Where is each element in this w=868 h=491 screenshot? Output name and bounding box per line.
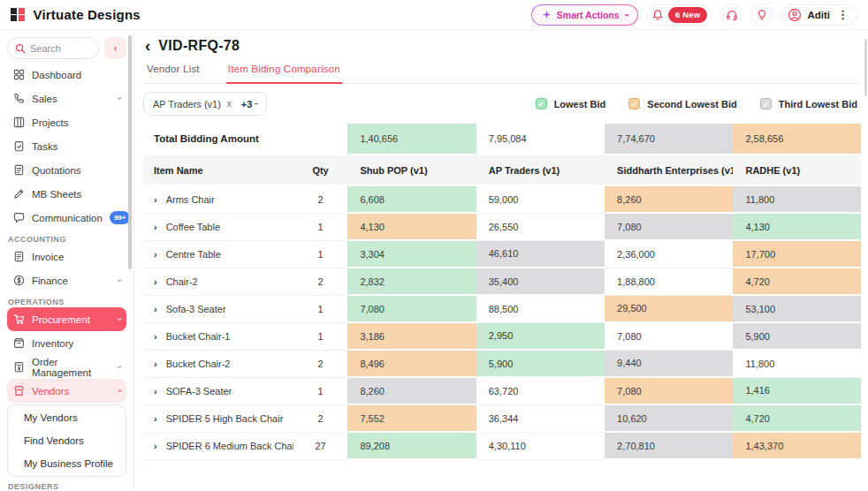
sidebar-item-procurement[interactable]: Procurement› [7,307,126,331]
expand-chevron-icon[interactable]: › [154,386,157,397]
sidebar-item-quotations[interactable]: Quotations [7,158,126,182]
vendor-filter-chip[interactable]: AP Traders (v1) x +3 › [143,92,267,116]
sidebar-item-order-management[interactable]: Order Management› [7,355,126,379]
sidebar-search[interactable] [7,37,99,59]
bid-cell: 89,208 [347,432,476,459]
table-row: ›Arms Chair26,60859,0008,26011,800 [143,185,861,213]
avatar [788,8,802,22]
second-bid-swatch-icon: ✓ [628,98,640,110]
item-name-label: Bucket Chair-1 [166,331,231,342]
item-qty-cell: 2 [293,268,348,295]
expand-chevron-icon[interactable]: › [154,249,157,260]
smart-actions-button[interactable]: Smart Actions › [531,4,638,26]
cart-icon [12,313,25,326]
expand-chevron-icon[interactable]: › [154,304,157,314]
sidebar-item-label: Inventory [32,338,73,349]
bid-cell: 6,608 [347,185,476,213]
item-qty-cell: 2 [293,185,348,213]
quotations-icon [12,164,25,177]
bid-cell: 2,832 [347,268,476,295]
bid-cell: 11,800 [733,350,861,377]
expand-chevron-icon[interactable]: › [154,276,157,287]
back-button[interactable]: ‹ [145,37,150,54]
bid-cell: 8,496 [347,350,476,377]
sidebar-collapse-button[interactable]: › [104,37,126,59]
sidebar-item-my-vendors[interactable]: My Vendors [10,406,124,429]
sidebar-section-label: DESIGNERS [8,482,126,491]
sidebar-section-label: OPERATIONS [8,298,126,307]
bid-cell: 46,610 [476,240,605,268]
sidebar-item-tasks[interactable]: Tasks [7,134,126,158]
sidebar-item-mb-sheets[interactable]: MB Sheets [7,182,126,206]
lowest-bid-swatch-icon: ✓ [536,98,547,110]
bid-cell: 9,440 [605,350,733,377]
chevron-down-icon: › [621,13,630,16]
item-name-cell: ›Centre Table [143,240,293,268]
item-name-cell: ›SPIDER 5 High Back Chair [143,404,293,432]
brand-name: Virtuate Designs [34,7,141,22]
item-qty-cell: 1 [293,240,348,268]
search-input[interactable] [30,43,91,54]
item-qty-cell: 1 [293,295,348,322]
main-scrollbar[interactable] [864,39,867,96]
expand-chevron-icon[interactable]: › [154,413,157,424]
bid-cell: 7,080 [605,322,733,350]
expand-chevron-icon[interactable]: › [154,359,157,369]
sidebar-section-label: ACCOUNTING [8,235,126,245]
total-bid-cell: 2,58,656 [733,124,861,155]
sidebar-item-sales[interactable]: Sales› [7,87,126,110]
tab-vendor-list[interactable]: Vendor List [145,59,202,83]
column-header: RADHE (v1) [733,155,861,185]
item-name-label: SPIDER 6 Medium Back Chair [166,441,293,451]
bid-cell: 26,550 [476,213,605,240]
pencil-icon [12,188,25,200]
sidebar-item-communication[interactable]: Communication99+ [7,206,126,230]
expand-chevron-icon[interactable]: › [154,441,157,451]
order-icon [12,361,25,374]
sidebar-scrollbar[interactable] [128,35,132,269]
more-filters-button[interactable]: +3 › [241,99,258,110]
sidebar-item-vendors[interactable]: Vendors› [7,379,126,403]
ideas-button[interactable] [750,4,773,26]
expand-chevron-icon[interactable]: › [154,222,157,232]
expand-chevron-icon[interactable]: › [154,194,157,205]
kebab-menu-icon[interactable]: ⋮ [835,8,850,21]
phone-icon [12,93,25,105]
column-header: AP Traders (v1) [476,155,605,185]
comparison-table: Total Bidding Amount1,40,6567,95,0847,74… [143,124,861,460]
total-bidding-label: Total Bidding Amount [143,124,293,155]
item-name-label: Bucket Chair-2 [166,359,231,369]
legend-item-second: ✓Second Lowest Bid [628,98,736,110]
expand-chevron-icon[interactable]: › [154,331,157,342]
bid-cell: 1,88,800 [605,268,733,295]
notifications-button[interactable]: 6 New [646,4,712,26]
item-name-label: Sofa-3 Seater [166,304,226,314]
legend-label: Second Lowest Bid [647,99,736,110]
tab-item-biding-comparison[interactable]: Item Biding Comparison [226,59,342,84]
sidebar-item-my-business-profile[interactable]: My Business Profile [10,452,124,475]
sidebar-nav: DashboardSales›ProjectsTasksQuotationsMB… [7,63,126,491]
item-name-cell: ›Bucket Chair-1 [143,322,293,350]
legend-item-lowest: ✓Lowest Bid [536,98,606,110]
sidebar-item-find-vendors[interactable]: Find Vendors [10,429,124,452]
sidebar-item-finance[interactable]: Finance› [7,268,126,292]
sidebar-item-dashboard[interactable]: Dashboard [7,63,126,87]
item-qty-cell: 1 [293,322,348,350]
remove-filter-icon[interactable]: x [227,99,232,109]
sidebar-item-inventory[interactable]: Inventory [7,331,126,355]
main-content: ‹ VID-RFQ-78 Vendor List Item Biding Com… [134,30,868,491]
bid-cell: 7,080 [605,377,733,404]
user-name: Aditi [807,10,830,20]
inventory-icon [12,337,25,350]
search-icon [15,43,26,54]
tasks-icon [12,140,25,153]
item-name-cell: ›Coffee Table [143,213,293,240]
user-menu[interactable]: Aditi ⋮ [780,4,857,26]
sidebar-item-label: MB Sheets [32,189,81,200]
bid-cell: 4,30,110 [476,432,605,459]
bid-cell: 35,400 [476,268,605,295]
sidebar-item-projects[interactable]: Projects [7,110,126,134]
support-button[interactable] [720,4,742,26]
legend-item-third: ✓Third Lowest Bid [760,98,857,110]
sidebar-item-invoice[interactable]: Invoice [7,245,126,268]
